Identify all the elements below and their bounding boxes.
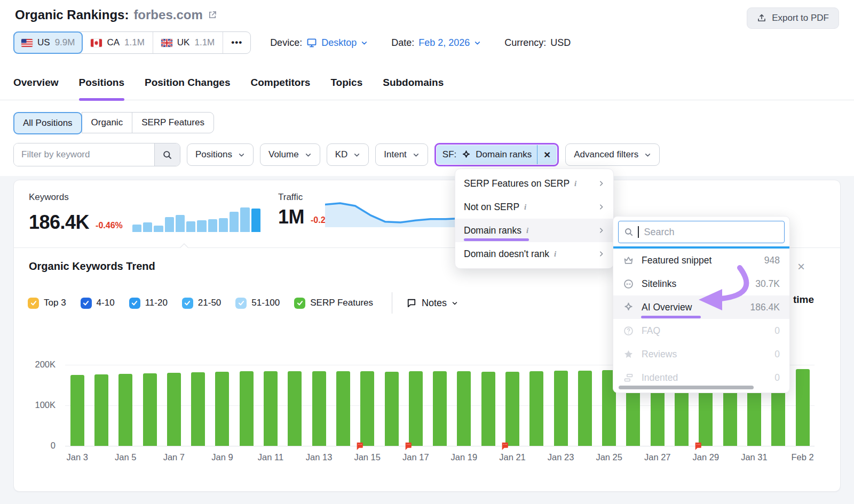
- x-axis-label: Jan 9: [211, 452, 233, 462]
- tab-topics[interactable]: Topics: [330, 76, 362, 100]
- submenu-item-featured-snippet[interactable]: Featured snippet948: [613, 249, 789, 272]
- country-tab-uk[interactable]: UK1.1M: [153, 32, 223, 53]
- submenu-item-label: Reviews: [642, 349, 677, 360]
- search-icon: [162, 150, 172, 160]
- x-axis-label: Jan 17: [402, 452, 429, 462]
- horizontal-scrollbar[interactable]: [619, 386, 754, 389]
- close-icon[interactable]: ×: [797, 259, 805, 274]
- advanced-filters-button[interactable]: Advanced filters: [565, 143, 660, 166]
- trend-bar-jan-23[interactable]: [554, 371, 568, 446]
- submenu-item-sitelinks[interactable]: Sitelinks30.7K: [613, 272, 789, 295]
- sf-chip-label: Domain ranks: [476, 149, 532, 160]
- y-axis-tick: 0: [21, 441, 56, 451]
- trend-bar-jan-3[interactable]: [70, 375, 84, 446]
- trend-bar-jan-12[interactable]: [288, 371, 302, 446]
- sf-filter-chip[interactable]: SF: Domain ranks ×: [437, 145, 557, 164]
- checkbox-11-20[interactable]: [129, 298, 140, 309]
- filter-dropdown-positions[interactable]: Positions: [187, 143, 254, 166]
- trend-bar-jan-11[interactable]: [264, 371, 278, 446]
- keywords-spark-bar: [132, 225, 141, 232]
- filter-dropdown-label: Volume: [268, 149, 299, 160]
- trend-bar-jan-24[interactable]: [578, 371, 592, 446]
- tab-positions[interactable]: Positions: [79, 76, 125, 100]
- submenu-search-input[interactable]: [643, 226, 779, 238]
- trend-bar-jan-5[interactable]: [118, 374, 132, 446]
- trend-bar-jan-9[interactable]: [215, 372, 229, 446]
- keyword-filter-input[interactable]: [14, 143, 154, 166]
- legend-11-20[interactable]: 11-20: [129, 298, 168, 309]
- country-tab-us[interactable]: US9.9M: [13, 31, 83, 54]
- pill-all-positions[interactable]: All Positions: [13, 112, 82, 134]
- keywords-summary[interactable]: Keywords 186.4K -0.46%: [29, 192, 260, 232]
- trend-bar-jan-4[interactable]: [94, 374, 108, 446]
- external-link-icon[interactable]: [208, 10, 217, 20]
- y-axis-tick: 100K: [21, 400, 56, 410]
- trend-bar-jan-16[interactable]: [385, 372, 399, 446]
- trend-bar-jan-13[interactable]: [312, 371, 326, 446]
- country-tab-ca[interactable]: CA1.1M: [83, 32, 153, 53]
- tab-competitors[interactable]: Competitors: [250, 76, 310, 100]
- pill-organic[interactable]: Organic: [82, 112, 133, 133]
- sf-chip-close-button[interactable]: ×: [537, 145, 557, 164]
- menu-item-domain-doesn-t-rank[interactable]: Domain doesn't ranki: [455, 242, 613, 266]
- chart-bar-slot: [186, 365, 210, 446]
- trend-bar-jan-10[interactable]: [240, 371, 254, 446]
- submenu-item-faq: FAQ0: [613, 319, 789, 342]
- menu-item-serp-features-on-serp[interactable]: SERP Features on SERPi: [455, 172, 613, 195]
- menu-item-not-on-serp[interactable]: Not on SERPi: [455, 195, 613, 219]
- active-underline: [464, 238, 529, 241]
- search-button[interactable]: [154, 143, 180, 166]
- legend-4-10[interactable]: 4-10: [81, 298, 115, 309]
- export-to-pdf-button[interactable]: Export to PDF: [747, 7, 839, 29]
- legend-serp-features[interactable]: SERP Features: [294, 298, 373, 309]
- checkbox-51-100[interactable]: [235, 298, 247, 309]
- menu-item-domain-ranks[interactable]: Domain ranksi: [455, 219, 613, 242]
- submenu-item-ai-overview[interactable]: AI Overview186.4K: [613, 295, 789, 319]
- trend-bar-jan-17[interactable]: [409, 371, 423, 446]
- submenu-search-box[interactable]: [618, 221, 785, 243]
- filter-dropdown-kd[interactable]: KD: [327, 143, 369, 166]
- trend-bar-jan-18[interactable]: [433, 371, 447, 446]
- trend-bar-jan-21[interactable]: [505, 372, 519, 446]
- tab-subdomains[interactable]: Subdomains: [383, 76, 444, 100]
- notes-button[interactable]: Notes: [403, 297, 461, 309]
- chart-bar-slot: [379, 365, 404, 446]
- checkbox-top-3[interactable]: [28, 298, 39, 309]
- chart-bar-slot: Jan 3: [65, 365, 89, 446]
- note-icon: [406, 298, 417, 308]
- trend-bar-jan-8[interactable]: [191, 372, 205, 446]
- filter-dropdown-volume[interactable]: Volume: [260, 143, 320, 166]
- trend-bar-jan-20[interactable]: [481, 372, 495, 446]
- chevron-down-icon: [361, 39, 368, 46]
- device-selector[interactable]: Device: Desktop: [270, 37, 368, 49]
- submenu-item-count: 948: [764, 255, 780, 266]
- trend-bar-jan-22[interactable]: [529, 371, 543, 446]
- submenu-item-count: 30.7K: [755, 278, 780, 290]
- trend-bar-jan-19[interactable]: [457, 371, 471, 446]
- trend-bar-feb-2[interactable]: [796, 369, 810, 446]
- flag-icon: [501, 442, 509, 450]
- chart-bar-slot: Jan 5: [114, 365, 138, 446]
- legend-label: 11-20: [145, 298, 168, 308]
- checkbox-4-10[interactable]: [81, 298, 92, 309]
- main-nav-tabs: OverviewPositionsPosition ChangesCompeti…: [0, 76, 854, 100]
- trend-bar-jan-7[interactable]: [167, 373, 181, 446]
- checkbox-21-50[interactable]: [182, 298, 193, 309]
- tab-overview[interactable]: Overview: [13, 76, 59, 100]
- legend-51-100[interactable]: 51-100: [235, 298, 280, 309]
- submenu-item-label: Indented: [642, 372, 678, 383]
- date-selector[interactable]: Date: Feb 2, 2026: [391, 37, 481, 49]
- checkbox-serp-features[interactable]: [294, 298, 305, 309]
- more-countries-button[interactable]: •••: [223, 32, 250, 53]
- flag-icon: [355, 442, 364, 450]
- trend-bar-jan-6[interactable]: [143, 373, 157, 446]
- legend-21-50[interactable]: 21-50: [182, 298, 221, 309]
- pill-serp-features[interactable]: SERP Features: [132, 112, 214, 133]
- trend-section-title: Organic Keywords Trend: [29, 260, 155, 273]
- tab-position-changes[interactable]: Position Changes: [145, 76, 230, 100]
- trend-bar-jan-14[interactable]: [336, 371, 350, 446]
- filter-dropdown-intent[interactable]: Intent: [375, 143, 428, 166]
- trend-bar-jan-15[interactable]: [360, 371, 374, 446]
- chart-bar-slot: Jan 19: [452, 365, 476, 446]
- legend-top-3[interactable]: Top 3: [28, 298, 66, 309]
